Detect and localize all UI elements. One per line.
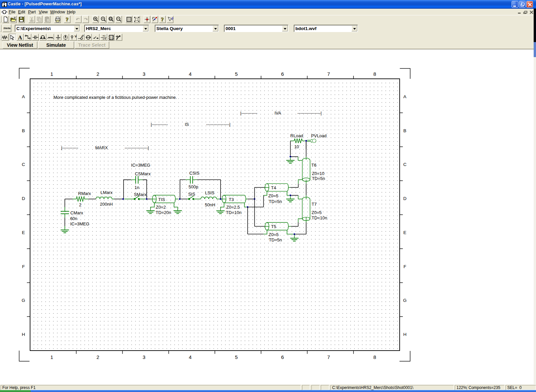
- svg-text:T7: T7: [312, 202, 317, 207]
- svg-text:|-----------: |-----------: [151, 122, 168, 127]
- svg-text:T4: T4: [271, 185, 276, 190]
- svg-text:3 4: 3 4: [110, 37, 113, 40]
- svg-text:6: 6: [281, 71, 284, 77]
- svg-text:TD=20n: TD=20n: [156, 210, 171, 215]
- svg-text:G: G: [403, 298, 407, 303]
- svg-text:7: 7: [327, 354, 330, 360]
- svg-text:E: E: [403, 230, 406, 235]
- svg-text:----------------|: ----------------|: [297, 111, 322, 116]
- svg-text:IS: IS: [185, 122, 189, 127]
- svg-text:F: F: [403, 264, 406, 269]
- svg-text:3: 3: [143, 354, 145, 360]
- svg-text:Z0=5: Z0=5: [312, 210, 322, 215]
- svg-text:?: ?: [161, 16, 164, 23]
- svg-text:D: D: [403, 196, 407, 201]
- svg-text:5: 5: [235, 71, 238, 77]
- svg-text:SMarx: SMarx: [134, 192, 147, 197]
- svg-text:T5: T5: [271, 224, 276, 229]
- svg-text:Z0=2.5: Z0=2.5: [226, 205, 240, 210]
- svg-text:----------------|: ----------------|: [206, 122, 231, 127]
- svg-text:Z0=5: Z0=5: [269, 232, 279, 237]
- svg-text:PVLoad: PVLoad: [311, 133, 326, 138]
- svg-text:A: A: [403, 94, 406, 99]
- svg-text:?: ?: [66, 16, 69, 23]
- svg-text:F: F: [22, 264, 25, 269]
- svg-text:2: 2: [97, 71, 99, 77]
- svg-text:T6: T6: [311, 163, 316, 168]
- svg-text:4: 4: [189, 71, 191, 77]
- svg-text:B: B: [22, 128, 25, 133]
- svg-text:H: H: [22, 332, 25, 337]
- svg-text:H: H: [403, 332, 407, 337]
- svg-text:V: V: [75, 34, 77, 38]
- svg-text:3: 3: [143, 71, 145, 77]
- svg-text:5: 5: [235, 354, 238, 360]
- svg-text:A: A: [18, 34, 22, 41]
- svg-text:TD=10n: TD=10n: [312, 215, 327, 220]
- svg-text:Z0=5: Z0=5: [268, 193, 278, 198]
- svg-text:|-----------: |-----------: [61, 145, 78, 150]
- svg-text:TD=5n: TD=5n: [312, 176, 325, 181]
- svg-text:200nH: 200nH: [100, 202, 113, 207]
- svg-text:E: E: [22, 230, 25, 235]
- svg-text:A: A: [22, 94, 25, 99]
- svg-text:8: 8: [373, 354, 376, 360]
- svg-text:Z0=10: Z0=10: [312, 171, 324, 176]
- svg-text:C: C: [22, 162, 25, 167]
- svg-text:TIS: TIS: [158, 197, 165, 202]
- svg-text:2: 2: [79, 202, 82, 207]
- svg-text:A: A: [82, 34, 84, 37]
- svg-text:60n: 60n: [70, 216, 78, 221]
- svg-text:C: C: [403, 162, 407, 167]
- svg-text:TD=5n: TD=5n: [269, 237, 282, 242]
- svg-text:2: 2: [97, 354, 99, 360]
- svg-text:TD=10n: TD=10n: [226, 210, 242, 215]
- svg-text:?: ?: [171, 16, 173, 21]
- svg-text:G: G: [22, 298, 25, 303]
- svg-text:1n: 1n: [135, 185, 139, 190]
- svg-text:CMarx: CMarx: [71, 210, 84, 215]
- svg-text:IC=3MEG: IC=3MEG: [70, 221, 89, 226]
- svg-text:CSMarx: CSMarx: [135, 171, 151, 176]
- svg-text:7: 7: [327, 71, 330, 77]
- svg-text:RMarx: RMarx: [78, 191, 91, 196]
- svg-text:TD=5n: TD=5n: [269, 199, 282, 204]
- svg-text:|-----------: |-----------: [240, 111, 257, 116]
- svg-text:RLoad: RLoad: [290, 133, 303, 138]
- svg-text:1: 1: [50, 71, 53, 77]
- svg-text:LSIS: LSIS: [205, 190, 215, 195]
- svg-text:MARX: MARX: [95, 145, 108, 150]
- svg-text:50nH: 50nH: [205, 202, 215, 207]
- svg-text:8: 8: [373, 71, 376, 77]
- svg-text:IC=3MEG: IC=3MEG: [131, 163, 150, 168]
- svg-text:IVA: IVA: [275, 111, 281, 116]
- svg-text:500p: 500p: [188, 184, 198, 189]
- svg-text:B: B: [403, 128, 406, 133]
- svg-text:More complicated example of a: More complicated example of a fictitious…: [53, 95, 177, 100]
- svg-text:----------------|: ----------------|: [125, 145, 149, 150]
- svg-text:1: 1: [50, 354, 53, 360]
- svg-text:6: 6: [281, 354, 284, 360]
- svg-text:4: 4: [189, 354, 191, 360]
- svg-text:LMarx: LMarx: [101, 190, 113, 195]
- svg-text:D: D: [22, 196, 25, 201]
- svg-text:T3: T3: [229, 197, 234, 202]
- svg-text:10: 10: [294, 144, 299, 149]
- svg-text:I: I: [104, 34, 105, 37]
- svg-text:CSIS: CSIS: [189, 171, 200, 176]
- svg-text:SIS: SIS: [188, 192, 195, 197]
- svg-text:Z0=2: Z0=2: [156, 205, 166, 210]
